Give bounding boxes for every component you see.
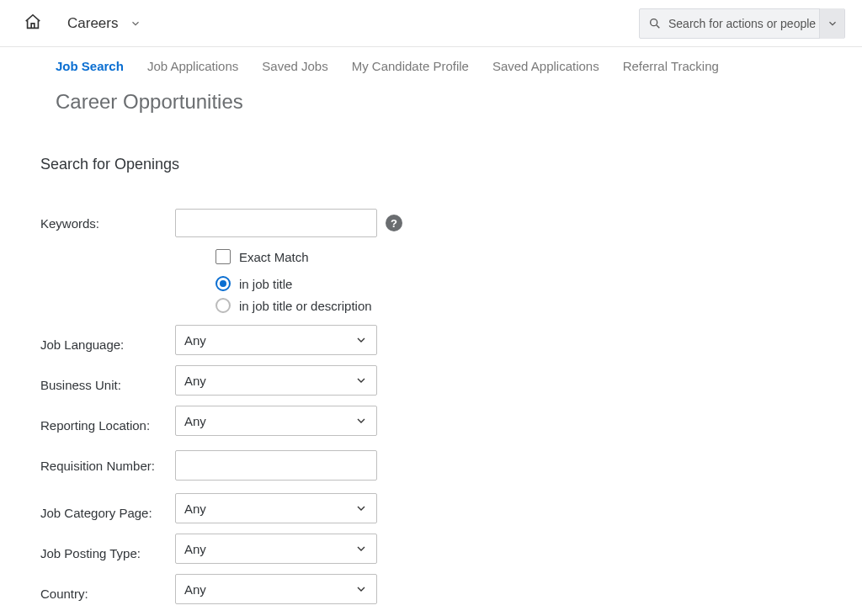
brand-dropdown[interactable]: Careers <box>67 15 141 32</box>
job-category-page-value: Any <box>184 502 206 516</box>
job-posting-type-select[interactable]: Any <box>175 534 377 564</box>
section-title: Search for Openings <box>0 114 862 173</box>
requisition-number-label: Requisition Number: <box>40 459 175 473</box>
radio-in-title-desc[interactable] <box>216 298 231 313</box>
radio-in-title[interactable] <box>216 276 231 291</box>
chevron-down-icon <box>354 374 368 387</box>
country-value: Any <box>184 582 206 597</box>
row-business-unit: Business Unit: Any <box>40 365 862 404</box>
row-job-category-page: Job Category Page: Any <box>40 493 862 532</box>
home-icon[interactable] <box>24 13 42 35</box>
chevron-down-icon <box>827 18 838 29</box>
business-unit-label: Business Unit: <box>40 378 175 392</box>
reporting-location-select[interactable]: Any <box>175 406 377 436</box>
tab-my-candidate-profile[interactable]: My Candidate Profile <box>352 59 469 73</box>
job-category-page-select[interactable]: Any <box>175 493 377 523</box>
help-icon[interactable]: ? <box>386 215 402 231</box>
chevron-down-icon <box>354 542 368 555</box>
keywords-options: Exact Match in job title in job title or… <box>216 249 862 313</box>
chevron-down-icon <box>354 502 368 515</box>
country-label: Country: <box>40 587 175 601</box>
global-search-dropdown[interactable] <box>819 8 844 39</box>
job-posting-type-label: Job Posting Type: <box>40 546 175 560</box>
country-select[interactable]: Any <box>175 574 377 604</box>
tab-job-applications[interactable]: Job Applications <box>147 59 238 73</box>
brand-label: Careers <box>67 15 118 32</box>
keywords-input[interactable] <box>175 209 377 237</box>
radio-in-title-desc-label: in job title or description <box>239 299 372 313</box>
chevron-down-icon <box>354 333 368 347</box>
radio-in-title-label: in job title <box>239 277 292 291</box>
reporting-location-value: Any <box>184 414 206 428</box>
row-job-posting-type: Job Posting Type: Any <box>40 534 862 572</box>
search-icon <box>648 17 662 30</box>
row-keywords: Keywords: ? <box>40 204 862 242</box>
exact-match-label: Exact Match <box>239 250 309 264</box>
job-category-page-label: Job Category Page: <box>40 506 175 520</box>
row-requisition-number: Requisition Number: <box>40 446 862 485</box>
row-job-language: Job Language: Any <box>40 325 862 364</box>
chevron-down-icon <box>354 414 368 427</box>
reporting-location-label: Reporting Location: <box>40 418 175 433</box>
job-posting-type-value: Any <box>184 542 206 556</box>
job-language-value: Any <box>184 333 206 348</box>
keywords-label: Keywords: <box>40 216 175 231</box>
row-country: Country: Any <box>40 574 862 613</box>
business-unit-select[interactable]: Any <box>175 365 377 396</box>
global-search-input[interactable] <box>668 17 819 30</box>
chevron-down-icon <box>354 582 368 596</box>
tab-referral-tracking[interactable]: Referral Tracking <box>623 59 719 73</box>
job-language-label: Job Language: <box>40 337 175 352</box>
tabs: Job Search Job Applications Saved Jobs M… <box>0 47 862 85</box>
topbar: Careers <box>0 0 862 47</box>
row-reporting-location: Reporting Location: Any <box>40 406 862 444</box>
job-language-select[interactable]: Any <box>175 325 377 355</box>
chevron-down-icon <box>130 18 141 29</box>
exact-match-checkbox[interactable] <box>216 249 231 264</box>
tab-saved-applications[interactable]: Saved Applications <box>492 59 599 73</box>
global-search[interactable] <box>639 8 845 39</box>
tab-job-search[interactable]: Job Search <box>56 59 124 73</box>
tab-saved-jobs[interactable]: Saved Jobs <box>262 59 327 73</box>
svg-point-0 <box>651 19 657 25</box>
search-form: Keywords: ? Exact Match in job title in … <box>0 173 862 613</box>
business-unit-value: Any <box>184 374 206 388</box>
requisition-number-input[interactable] <box>175 450 377 481</box>
page-title: Career Opportunities <box>0 85 862 114</box>
